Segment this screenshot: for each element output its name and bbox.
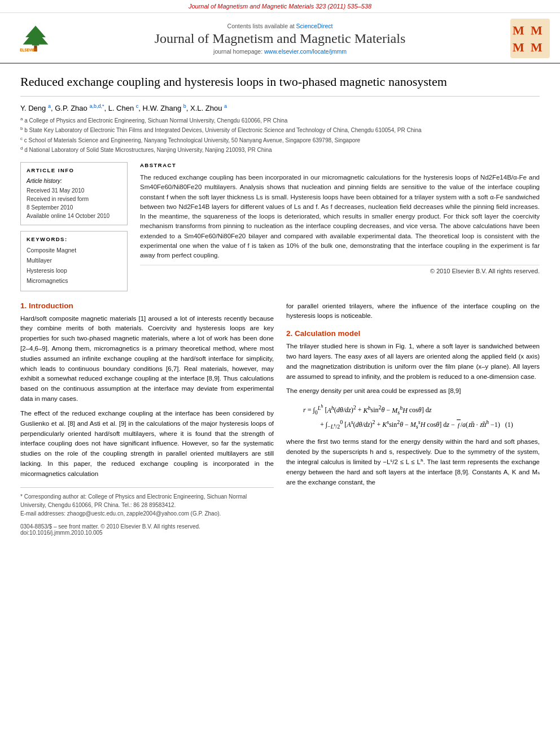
article-info-box: ARTICLE INFO Article history: Received 3… [20,162,128,225]
sciencedirect-label: Contents lists available at [228,23,295,29]
sciencedirect-link[interactable]: ScienceDirect [296,23,333,29]
left-column: ARTICLE INFO Article history: Received 3… [20,162,128,291]
section1-para1: Hard/soft composite magnetic materials [… [20,314,274,404]
right-column-abstract: ABSTRACT The reduced exchange coupling h… [140,162,540,291]
affil-d: d d National Laboratory of Solid State M… [20,145,540,154]
abstract-title: ABSTRACT [140,162,540,168]
svg-text:ELSEVIER: ELSEVIER [20,48,37,52]
section1-heading: 1. Introduction [20,302,274,310]
journal-homepage: journal homepage: www.elsevier.com/locat… [68,48,492,55]
available-online: Available online 14 October 2010 [27,212,121,220]
journal-center: Contents lists available at ScienceDirec… [68,23,492,55]
main-content: Reduced exchange coupling and hysteresis… [0,64,560,546]
section2-para1: The trilayer studied here is shown in Fi… [286,342,540,382]
elsevier-logo: ELSEVIER [10,23,61,54]
keyword-composite: Composite Magnet [27,246,121,256]
section2-para3: where the first two terms stand for the … [286,437,540,487]
copyright-text: 0304-8853/$ – see front matter. © 2010 E… [20,523,274,530]
journal-header: ELSEVIER Contents lists available at Sci… [0,13,560,64]
journal-title: Journal of Magnetism and Magnetic Materi… [68,31,492,46]
article-info-abstract-section: ARTICLE INFO Article history: Received 3… [20,162,540,291]
received-revised-label: Received in revised form [27,195,121,203]
homepage-label: journal homepage: [213,48,262,55]
jmmm-logo-icon: M M M M [510,19,550,58]
section2-heading: 2. Calculation model [286,329,540,338]
section1-para2: The effect of the reduced exchange coupl… [20,409,274,479]
homepage-link[interactable]: www.elsevier.com/locate/jmmm [264,48,347,55]
svg-marker-1 [23,25,49,45]
author-zhou: X.L. Zhou a [190,104,227,112]
svg-text:M: M [531,40,542,54]
affiliations: a a College of Physics and Electronic En… [20,116,540,154]
footnote-email: E-mail addresses: zhaogp@uestc.edu.cn, z… [20,509,274,518]
article-history-title: Article history: [27,178,121,184]
body-content: 1. Introduction Hard/soft composite magn… [20,302,540,536]
affil-b: b b State Key Laboratory of Electronic T… [20,125,540,134]
affil-a: a a College of Physics and Electronic En… [20,116,540,125]
body-right-column: for parallel oriented trilayers, where t… [286,302,540,536]
equation-line2: + ∫−Ls/20 [As(dθ/dz)2 + Kssin2θ − MssH c… [320,417,540,431]
svg-text:M: M [513,40,524,54]
copyright-bottom: 0304-8853/$ – see front matter. © 2010 E… [20,523,274,536]
author-zhao: G.P. Zhao a,b,d,*, [55,104,106,112]
article-title: Reduced exchange coupling and hysteresis… [20,74,540,97]
equation-1: r = ∫0Lh [Ah(dθ/dz)2 + Khsin2θ − MshH co… [303,402,540,431]
footnote-area: * Corresponding author at: College of Ph… [20,487,274,518]
keywords-box: Keywords: Composite Magnet Multilayer Hy… [20,231,128,291]
keyword-micromagnetics: Micromagnetics [27,276,121,286]
affil-c: c c School of Materials Science and Engi… [20,136,540,145]
received-date: Received 31 May 2010 [27,186,121,195]
footnote-corresponding: * Corresponding author at: College of Ph… [20,492,274,509]
elsevier-tree-icon: ELSEVIER [16,23,55,53]
abstract-text: The reduced exchange coupling has been i… [140,173,540,260]
doi-text: doi:10.1016/j.jmmm.2010.10.005 [20,530,274,536]
author-deng: Y. Deng a, [20,104,53,112]
article-info-section-title: ARTICLE INFO [27,167,121,173]
authors-line: Y. Deng a, G.P. Zhao a,b,d,*, L. Chen c,… [20,103,540,112]
sciencedirect-line: Contents lists available at ScienceDirec… [68,23,492,29]
keyword-hysteresis: Hysteresis loop [27,266,121,276]
revised-date: 8 September 2010 [27,203,121,212]
author-zhang: H.W. Zhang b, [143,104,189,112]
keyword-multilayer: Multilayer [27,256,121,266]
author-chen: L. Chen c, [108,104,141,112]
journal-citation-banner: Journal of Magnetism and Magnetic Materi… [0,0,560,13]
section1-right-para: for parallel oriented trilayers, where t… [286,302,540,322]
equation-line1: r = ∫0Lh [Ah(dθ/dz)2 + Khsin2θ − MshH co… [303,402,540,417]
svg-text:M: M [513,23,524,37]
journal-logo-right: M M M M [499,19,550,58]
body-left-column: 1. Introduction Hard/soft composite magn… [20,302,274,536]
abstract-copyright: © 2010 Elsevier B.V. All rights reserved… [140,265,540,274]
page-container: Journal of Magnetism and Magnetic Materi… [0,0,560,546]
keywords-title: Keywords: [27,236,121,242]
journal-citation-text: Journal of Magnetism and Magnetic Materi… [189,3,371,10]
section2-para2: The energy density per unit area could b… [286,386,540,396]
svg-text:M: M [531,23,542,37]
